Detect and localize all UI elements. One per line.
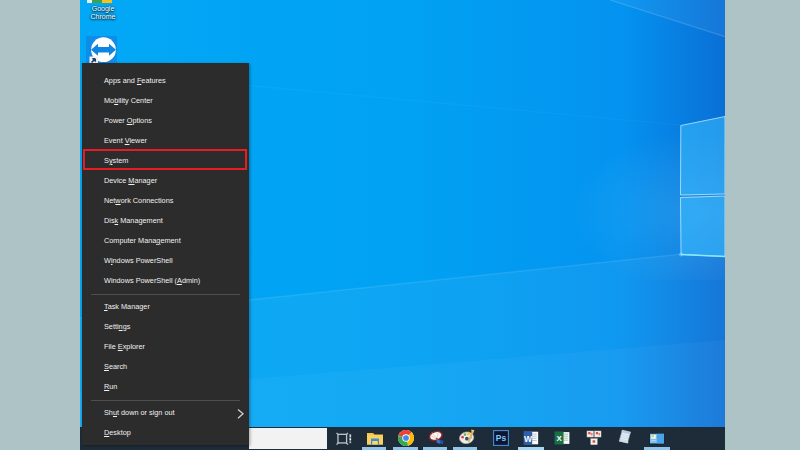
svg-text:Ps: Ps	[496, 433, 507, 443]
svg-text:X: X	[556, 434, 562, 443]
svg-text:W: W	[524, 434, 533, 444]
